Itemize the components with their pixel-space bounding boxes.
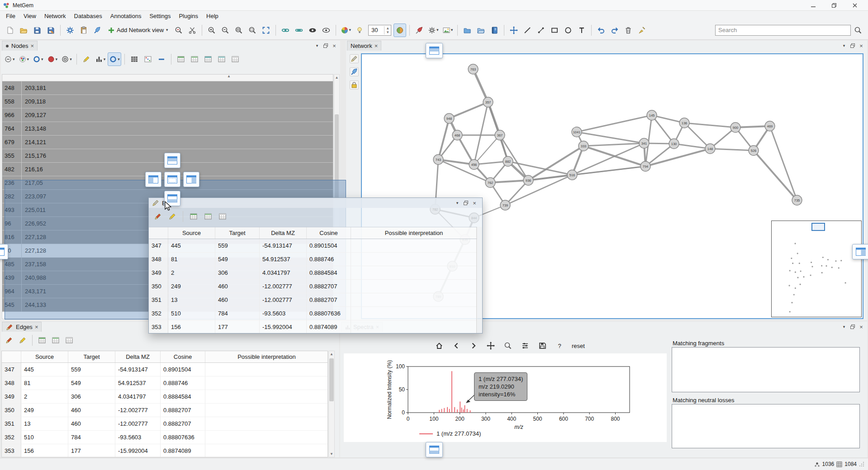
- dock-float-button[interactable]: [322, 42, 329, 49]
- search-button[interactable]: [852, 24, 864, 37]
- draw-line-button[interactable]: [521, 24, 534, 37]
- column-header-source[interactable]: Source: [21, 351, 68, 362]
- redo-button[interactable]: [608, 24, 621, 37]
- tab-nodes[interactable]: Nodes ×: [2, 41, 38, 51]
- column-header-source[interactable]: Source: [168, 227, 215, 239]
- clear-annotations-button[interactable]: [636, 24, 648, 37]
- dock-close-button[interactable]: ×: [471, 199, 478, 207]
- selected-mapping-button[interactable]: ▾: [108, 52, 121, 66]
- table-row[interactable]: 34923064.03417970.8884584: [2, 390, 327, 404]
- network-node[interactable]: 739: [500, 200, 510, 210]
- dock-guide-top[interactable]: [426, 43, 443, 58]
- scroll-down-icon[interactable]: ▼: [329, 451, 334, 457]
- view-settings-button[interactable]: ▾: [427, 24, 440, 37]
- dock-target-center[interactable]: [164, 172, 180, 187]
- export-table-button[interactable]: [175, 52, 187, 66]
- dock-target-top[interactable]: [164, 153, 180, 168]
- dock-guide-right[interactable]: [852, 244, 868, 259]
- export-table-button[interactable]: [187, 210, 200, 223]
- draw-rectangle-button[interactable]: [548, 24, 561, 37]
- table-row[interactable]: 35113460-12.0027770.8882707: [2, 417, 327, 431]
- dock-close-button[interactable]: ×: [858, 323, 865, 330]
- view-databases-button[interactable]: [488, 24, 501, 37]
- draw-edge-button[interactable]: [535, 24, 547, 37]
- help-button[interactable]: ?: [553, 339, 566, 352]
- restore-button[interactable]: [824, 0, 844, 10]
- chart-mapping-button[interactable]: ▾: [94, 52, 107, 66]
- zoom-tool-button[interactable]: [502, 339, 514, 352]
- move-tool-button[interactable]: [508, 24, 520, 37]
- export-selected-rows-button[interactable]: [49, 334, 62, 347]
- dock-menu-button[interactable]: ▾: [454, 199, 461, 207]
- highlight-selection-button[interactable]: [166, 210, 179, 223]
- table-row[interactable]: 350249460-12.0027770.8882707: [149, 280, 477, 293]
- dock-menu-button[interactable]: ▾: [840, 323, 848, 330]
- save-figure-button[interactable]: [536, 339, 549, 352]
- table-settings-button[interactable]: [229, 52, 242, 66]
- draw-ellipse-button[interactable]: [562, 24, 574, 37]
- network-node[interactable]: 357: [483, 97, 493, 107]
- tab-edges[interactable]: Edges ×: [2, 322, 42, 332]
- pin-view-button[interactable]: [350, 67, 359, 76]
- table-row[interactable]: 352510784-93.56030.88807636: [2, 431, 327, 444]
- copy-selected-rows-button[interactable]: [215, 52, 228, 66]
- table-row[interactable]: 3488154954.9125370.888746: [2, 376, 327, 390]
- table-row[interactable]: 558209,118: [2, 95, 333, 108]
- new-project-button[interactable]: [4, 24, 16, 37]
- scrollbar-thumb[interactable]: [329, 358, 334, 401]
- column-header-delta-mz[interactable]: Delta MZ: [115, 351, 161, 362]
- spinner-arrows[interactable]: ▲▼: [384, 26, 391, 34]
- tab-close-icon[interactable]: ×: [31, 43, 34, 49]
- export-table-button[interactable]: [36, 334, 48, 347]
- zoom-to-selection-button[interactable]: [246, 24, 259, 37]
- network-node[interactable]: 763: [468, 64, 478, 74]
- network-node[interactable]: 743: [433, 155, 443, 164]
- nodes-table-header[interactable]: ▲: [2, 75, 333, 81]
- table-settings-button[interactable]: [63, 334, 76, 347]
- floating-edges-window[interactable]: E... ▾ × SourceTargetDelta MZCosinePossi…: [148, 197, 483, 334]
- tab-close-icon[interactable]: ×: [35, 324, 38, 330]
- export-image-button[interactable]: ▾: [441, 24, 455, 37]
- dock-target-right[interactable]: [183, 172, 199, 187]
- menu-annotations[interactable]: Annotations: [106, 12, 146, 20]
- highlight-edges-button[interactable]: [152, 210, 164, 223]
- table-row[interactable]: 35113460-12.0027770.8882707: [149, 293, 477, 307]
- export-metadata-button[interactable]: [91, 24, 104, 37]
- matching-fragments-box[interactable]: [672, 347, 860, 392]
- hide-selection-button[interactable]: [306, 24, 319, 37]
- scroll-up-icon[interactable]: ▲: [329, 351, 334, 357]
- plot-settings-button[interactable]: [519, 339, 531, 352]
- home-view-button[interactable]: [433, 339, 446, 352]
- save-project-button[interactable]: [31, 24, 43, 37]
- edit-mode-button[interactable]: [350, 54, 359, 63]
- resize-grip-icon[interactable]: [859, 461, 864, 467]
- show-all-columns-button[interactable]: [128, 52, 141, 66]
- import-metadata-button[interactable]: [77, 24, 90, 37]
- undo-button[interactable]: [595, 24, 607, 37]
- network-minimap[interactable]: [771, 221, 862, 317]
- fill-color-button[interactable]: ▾: [46, 52, 59, 66]
- previous-view-button[interactable]: [450, 339, 463, 352]
- zoom-to-fit-button[interactable]: [232, 24, 245, 37]
- highlight-edges-button[interactable]: [3, 334, 15, 347]
- table-row[interactable]: 353156177-15.9920040.8874089: [149, 320, 477, 333]
- network-node[interactable]: 148: [705, 144, 715, 154]
- pan-tool-button[interactable]: [484, 339, 497, 352]
- column-colors-button[interactable]: [142, 52, 154, 66]
- column-header-cosine[interactable]: Cosine: [161, 351, 205, 362]
- link-selection-button[interactable]: [279, 24, 292, 37]
- matching-neutral-losses-box[interactable]: [672, 404, 860, 448]
- network-node[interactable]: 341: [639, 138, 649, 148]
- open-project-button[interactable]: [17, 24, 30, 37]
- menu-plugins[interactable]: Plugins: [175, 12, 202, 20]
- menu-databases[interactable]: Databases: [70, 12, 106, 20]
- dock-guide-bottom[interactable]: [426, 442, 443, 457]
- menu-network[interactable]: Network: [40, 12, 70, 20]
- link-neighbors-button[interactable]: [293, 24, 305, 37]
- highlight-nodes-button[interactable]: [80, 52, 93, 66]
- menu-settings[interactable]: Settings: [145, 12, 175, 20]
- table-row[interactable]: 679214,121: [2, 136, 333, 149]
- network-node[interactable]: 468: [452, 130, 462, 140]
- highlight-tool-button[interactable]: [413, 24, 426, 37]
- size-mapping-button[interactable]: ▾: [31, 52, 45, 66]
